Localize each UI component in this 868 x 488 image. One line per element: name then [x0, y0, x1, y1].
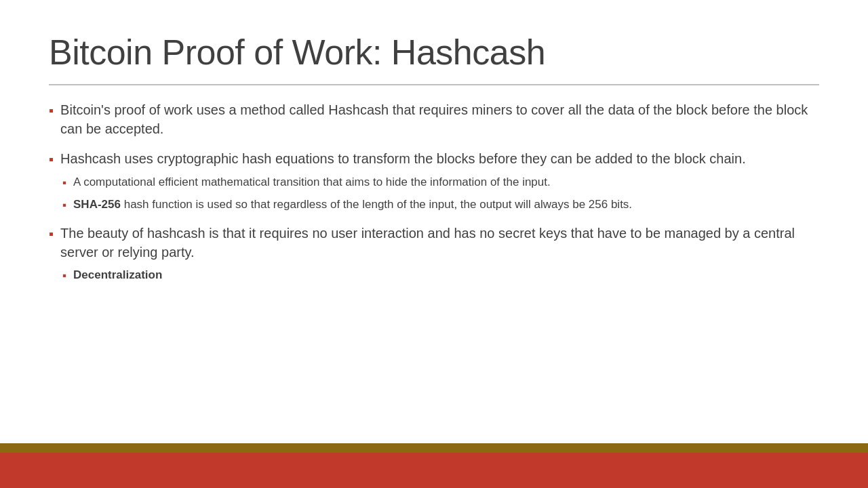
bullet-text-2: Hashcash uses cryptographic hash equatio…	[60, 149, 819, 168]
sub-bullet-text-2-2: SHA-256 hash function is used so that re…	[73, 197, 819, 213]
sub-bullet-marker-2-2: ▪	[62, 197, 66, 214]
sha256-label: SHA-256	[73, 198, 121, 211]
sub-bullet-item-2-2: ▪ SHA-256 hash function is used so that …	[62, 197, 819, 214]
bullet-text-1: Bitcoin's proof of work uses a method ca…	[60, 100, 819, 138]
sub-bullet-text-3-1: Decentralization	[73, 267, 819, 283]
bullet-marker-2: ▪	[49, 150, 54, 169]
slide-content: Bitcoin Proof of Work: Hashcash ▪ Bitcoi…	[0, 0, 868, 443]
sub-bullet-item-3-1: ▪ Decentralization	[62, 267, 819, 284]
sha256-rest: hash function is used so that regardless…	[121, 198, 632, 211]
bullet-item-1: ▪ Bitcoin's proof of work uses a method …	[49, 100, 819, 138]
sub-bullet-marker-2-1: ▪	[62, 175, 66, 191]
slide: Bitcoin Proof of Work: Hashcash ▪ Bitcoi…	[0, 0, 868, 488]
bottom-bar-accent	[0, 443, 868, 453]
bullet-list: ▪ Bitcoin's proof of work uses a method …	[49, 100, 819, 284]
sub-bullet-list-2: ▪ A computational efficient mathematical…	[62, 174, 819, 214]
bullet-item-3-main: ▪ The beauty of hashcash is that it requ…	[49, 224, 819, 262]
bullet-text-3: The beauty of hashcash is that it requir…	[60, 224, 819, 262]
bullet-item-2-main: ▪ Hashcash uses cryptographic hash equat…	[49, 149, 819, 169]
sub-bullet-list-3: ▪ Decentralization	[62, 267, 819, 284]
bullet-item-3: ▪ The beauty of hashcash is that it requ…	[49, 224, 819, 284]
bullet-marker-1: ▪	[49, 101, 54, 120]
sub-bullet-text-2-1: A computational efficient mathematical t…	[73, 174, 819, 190]
slide-title: Bitcoin Proof of Work: Hashcash	[49, 33, 819, 73]
bullet-item-2: ▪ Hashcash uses cryptographic hash equat…	[49, 149, 819, 214]
bottom-bar	[0, 453, 868, 488]
sub-bullet-item-2-1: ▪ A computational efficient mathematical…	[62, 174, 819, 191]
title-divider	[49, 84, 819, 85]
bullet-marker-3: ▪	[49, 224, 54, 243]
sub-bullet-marker-3-1: ▪	[62, 268, 66, 284]
